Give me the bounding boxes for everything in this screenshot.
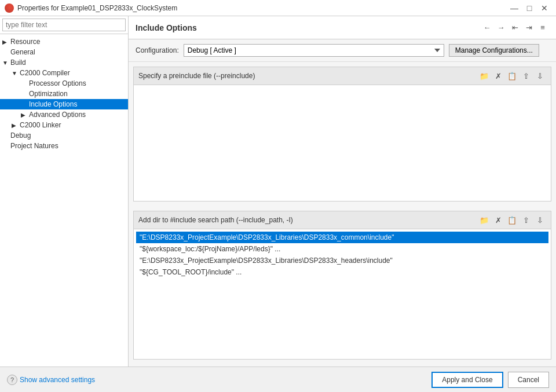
configuration-select[interactable]: Debug [ Active ] xyxy=(184,44,444,57)
panel-header: Include Options ← → ⇤ ⇥ ≡ xyxy=(129,16,556,39)
sidebar-item-include-options[interactable]: Include Options xyxy=(0,99,128,109)
sidebar-item-build[interactable]: ▼Build xyxy=(0,57,128,68)
window-title: Properties for Example01_DSP2833x_ClockS… xyxy=(17,4,504,12)
tree-arrow-c2000-linker: ▶ xyxy=(12,122,20,129)
preinclude-icons: 📁 ✗ 📋 ⇧ ⇩ xyxy=(478,69,546,82)
panel-header-icons: ← → ⇤ ⇥ ≡ xyxy=(481,21,549,34)
include-path-item[interactable]: "${workspace_loc:/${ProjName}/APP/leds}"… xyxy=(136,243,548,255)
sidebar-tree: ▶ResourceGeneral▼Build▼C2000 CompilerPro… xyxy=(0,34,128,367)
sidebar: ▶ResourceGeneral▼Build▼C2000 CompilerPro… xyxy=(0,16,129,367)
manage-configurations-button[interactable]: Manage Configurations... xyxy=(449,44,539,57)
include-path-item[interactable]: "E:\DSP8233x_ProjectExample\DSP2833x_Lib… xyxy=(136,255,548,266)
sidebar-filter-area xyxy=(0,16,128,34)
include-icons: 📁 ✗ 📋 ⇧ ⇩ xyxy=(478,214,546,226)
sidebar-item-debug[interactable]: Debug xyxy=(0,130,128,141)
tree-label-advanced-options: Advanced Options xyxy=(29,111,126,119)
tree-label-optimization: Optimization xyxy=(29,90,126,98)
tree-label-c2000-compiler: C2000 Compiler xyxy=(20,69,126,77)
preinclude-section-header: Specify a preinclude file (--preinclude)… xyxy=(134,67,551,85)
panel-title: Include Options xyxy=(136,23,197,32)
filter-input[interactable] xyxy=(2,19,126,31)
sidebar-item-c2000-compiler[interactable]: ▼C2000 Compiler xyxy=(0,68,128,78)
configuration-label: Configuration: xyxy=(136,46,179,54)
preinclude-copy-icon[interactable]: 📋 xyxy=(506,69,518,82)
maximize-button[interactable]: □ xyxy=(522,2,536,14)
tree-label-c2000-linker: C2000 Linker xyxy=(20,121,126,129)
preinclude-add-icon[interactable]: 📁 xyxy=(478,69,491,82)
include-down-icon[interactable]: ⇩ xyxy=(533,214,546,226)
close-button[interactable]: ✕ xyxy=(537,2,551,14)
include-up-icon[interactable]: ⇧ xyxy=(520,214,532,226)
include-delete-icon[interactable]: ✗ xyxy=(492,214,504,226)
sidebar-item-advanced-options[interactable]: ▶Advanced Options xyxy=(0,109,128,120)
tree-label-build: Build xyxy=(10,58,126,67)
include-body: "E:\DSP8233x_ProjectExample\DSP2833x_Lib… xyxy=(134,229,551,359)
bottom-bar: ? Show advanced settings Apply and Close… xyxy=(0,367,556,392)
preinclude-down-icon[interactable]: ⇩ xyxy=(533,69,546,82)
sidebar-item-processor-options[interactable]: Processor Options xyxy=(0,78,128,89)
tree-arrow-c2000-compiler: ▼ xyxy=(12,70,20,76)
sidebar-item-general[interactable]: General xyxy=(0,47,128,57)
forward-icon[interactable]: → xyxy=(495,21,507,34)
minimize-button[interactable]: — xyxy=(507,2,521,14)
titlebar: Properties for Example01_DSP2833x_ClockS… xyxy=(0,0,556,16)
include-section-header: Add dir to #include search path (--inclu… xyxy=(134,211,551,229)
tree-label-project-natures: Project Natures xyxy=(10,142,126,150)
show-advanced-area: ? Show advanced settings xyxy=(7,375,95,385)
cancel-button[interactable]: Cancel xyxy=(508,372,549,388)
sidebar-item-project-natures[interactable]: Project Natures xyxy=(0,141,128,151)
include-label: Add dir to #include search path (--inclu… xyxy=(138,216,293,224)
preinclude-body xyxy=(134,85,551,201)
tree-label-include-options: Include Options xyxy=(29,100,126,108)
main-area: ▶ResourceGeneral▼Build▼C2000 CompilerPro… xyxy=(0,16,556,367)
tree-arrow-resource: ▶ xyxy=(2,39,10,45)
window-controls: — □ ✕ xyxy=(507,2,551,14)
sidebar-item-resource[interactable]: ▶Resource xyxy=(0,36,128,47)
include-path-item[interactable]: "${CG_TOOL_ROOT}/include" ... xyxy=(136,266,548,278)
show-advanced-link[interactable]: Show advanced settings xyxy=(20,376,95,384)
include-path-item[interactable]: "E:\DSP8233x_ProjectExample\DSP2833x_Lib… xyxy=(136,232,548,243)
sidebar-item-optimization[interactable]: Optimization xyxy=(0,89,128,99)
preinclude-delete-icon[interactable]: ✗ xyxy=(492,69,504,82)
tree-label-processor-options: Processor Options xyxy=(29,79,126,87)
preinclude-up-icon[interactable]: ⇧ xyxy=(520,69,532,82)
include-section: Add dir to #include search path (--inclu… xyxy=(133,211,551,360)
include-copy-icon[interactable]: 📋 xyxy=(506,214,518,226)
tree-arrow-build: ▼ xyxy=(2,60,10,66)
preinclude-label: Specify a preinclude file (--preinclude) xyxy=(138,72,255,80)
app-icon xyxy=(5,3,14,13)
prev-page-icon[interactable]: ⇤ xyxy=(509,21,521,34)
next-page-icon[interactable]: ⇥ xyxy=(522,21,535,34)
tree-label-resource: Resource xyxy=(10,38,126,46)
tree-label-general: General xyxy=(10,48,126,56)
menu-icon[interactable]: ≡ xyxy=(536,21,549,34)
sections-area: Specify a preinclude file (--preinclude)… xyxy=(129,62,556,367)
tree-label-debug: Debug xyxy=(10,131,126,140)
right-panel: Include Options ← → ⇤ ⇥ ≡ Configuration:… xyxy=(129,16,556,367)
apply-and-close-button[interactable]: Apply and Close xyxy=(431,372,503,388)
help-icon[interactable]: ? xyxy=(7,375,17,385)
bottom-buttons: Apply and Close Cancel xyxy=(431,372,549,388)
sidebar-item-c2000-linker[interactable]: ▶C2000 Linker xyxy=(0,120,128,130)
include-add-icon[interactable]: 📁 xyxy=(478,214,491,226)
preinclude-section: Specify a preinclude file (--preinclude)… xyxy=(133,67,551,202)
configuration-row: Configuration: Debug [ Active ] Manage C… xyxy=(129,39,556,62)
back-icon[interactable]: ← xyxy=(481,21,493,34)
tree-arrow-advanced-options: ▶ xyxy=(21,112,29,118)
